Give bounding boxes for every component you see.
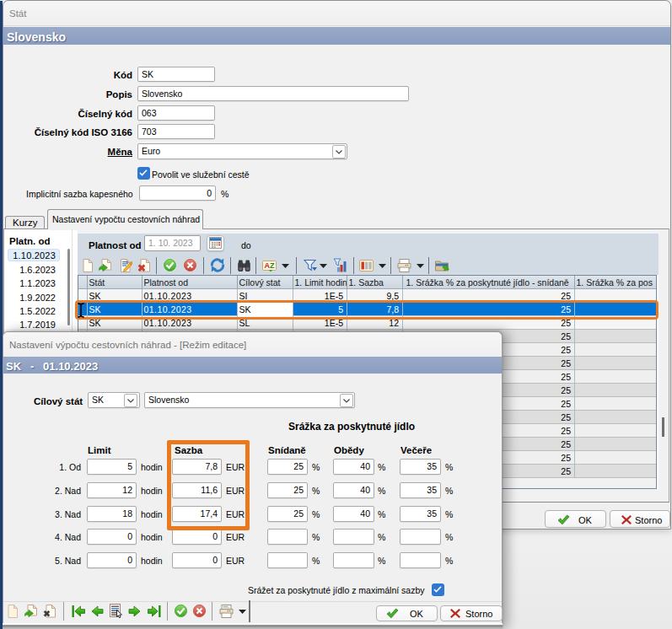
svg-text:Z: Z — [270, 261, 275, 270]
